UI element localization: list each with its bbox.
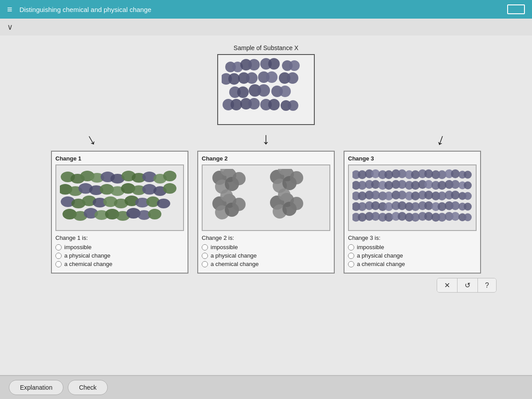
change-3-card: Change 3 [344, 151, 481, 274]
svg-point-3 [248, 59, 260, 70]
svg-point-87 [232, 198, 246, 211]
svg-point-9 [228, 73, 240, 85]
page-title: Distinguishing chemical and physical cha… [20, 6, 152, 13]
change-3-title: Change 3 [348, 155, 477, 162]
svg-point-15 [287, 72, 298, 84]
svg-point-11 [246, 72, 258, 84]
change-2-radio-physical[interactable] [202, 253, 208, 259]
sample-box [217, 54, 315, 125]
svg-point-94 [278, 188, 290, 201]
svg-point-75 [232, 172, 246, 185]
chevron-button[interactable]: ∨ [7, 22, 13, 32]
change-1-option-chemical[interactable]: a chemical change [55, 261, 184, 267]
svg-point-29 [288, 100, 298, 111]
window-control [507, 4, 525, 14]
svg-point-130 [464, 181, 472, 189]
change-3-is-label: Change 3 is: [348, 235, 477, 241]
change-2-is-label: Change 2 is: [202, 235, 330, 241]
svg-point-19 [258, 84, 270, 97]
top-bar: ≡ Distinguishing chemical and physical c… [0, 0, 532, 19]
check-button[interactable]: Check [68, 380, 108, 395]
change-3-radio-physical[interactable] [348, 253, 354, 259]
change-1-title: Change 1 [55, 155, 184, 162]
change-2-option-chemical[interactable]: a chemical change [202, 261, 330, 267]
change-3-svg [352, 169, 472, 227]
svg-point-70 [148, 209, 161, 219]
svg-point-17 [237, 86, 249, 98]
change-1-radio-physical[interactable] [55, 253, 62, 259]
change-1-svg [60, 169, 180, 227]
sample-label: Sample of Substance X [234, 44, 298, 51]
svg-point-166 [464, 203, 472, 211]
change-1-option-physical[interactable]: a physical change [55, 252, 184, 259]
change-1-radio-impossible[interactable] [55, 244, 62, 250]
svg-point-21 [279, 86, 291, 97]
svg-point-93 [290, 197, 303, 210]
change-2-option-physical[interactable]: a physical change [202, 252, 330, 259]
sample-molecules-svg [222, 58, 310, 122]
change-3-radio-chemical[interactable] [348, 261, 354, 267]
svg-point-27 [268, 99, 280, 110]
svg-point-61 [157, 199, 170, 208]
arrows-row: ↓ ↓ ↓ [18, 129, 514, 148]
svg-point-81 [290, 171, 303, 184]
svg-point-148 [464, 192, 472, 200]
change-3-option-chemical[interactable]: a chemical change [348, 261, 477, 267]
svg-point-146 [451, 191, 460, 200]
svg-point-23 [231, 99, 242, 110]
change-2-svg [206, 169, 326, 227]
reset-button[interactable]: ↺ [458, 278, 478, 292]
change-2-card: Change 2 [197, 151, 335, 274]
svg-point-13 [266, 71, 278, 83]
close-button[interactable]: ✕ [437, 278, 458, 292]
svg-point-51 [163, 183, 176, 194]
chevron-area: ∨ [0, 19, 532, 35]
change-2-option-impossible[interactable]: impossible [202, 244, 330, 250]
menu-icon[interactable]: ≡ [7, 4, 12, 15]
explanation-button[interactable]: Explanation [9, 380, 63, 395]
svg-point-88 [220, 189, 233, 202]
change-3-image [348, 164, 477, 231]
svg-point-182 [451, 212, 460, 221]
svg-point-112 [464, 171, 472, 179]
change-1-radio-chemical[interactable] [55, 261, 62, 267]
svg-point-25 [248, 98, 260, 110]
svg-point-40 [163, 171, 176, 181]
change-2-image [202, 164, 330, 231]
change-2-title: Change 2 [202, 155, 330, 162]
change-1-image [55, 164, 184, 231]
help-button[interactable]: ? [478, 278, 496, 292]
action-buttons-row: ✕ ↺ ? [18, 278, 514, 293]
change-1-option-impossible[interactable]: impossible [55, 244, 184, 250]
svg-point-184 [464, 213, 472, 221]
change-2-radio-impossible[interactable] [202, 244, 208, 250]
svg-point-164 [451, 201, 460, 210]
bottom-bar: Explanation Check [0, 375, 532, 399]
sample-section: Sample of Substance X [18, 44, 514, 125]
svg-point-110 [451, 169, 460, 178]
change-3-option-impossible[interactable]: impossible [348, 244, 477, 250]
change-1-is-label: Change 1 is: [55, 235, 184, 241]
change-1-card: Change 1 [51, 151, 188, 274]
arrow-right: ↓ [434, 129, 448, 150]
svg-point-128 [451, 180, 460, 189]
change-3-option-physical[interactable]: a physical change [348, 252, 477, 259]
change-2-radio-chemical[interactable] [202, 261, 208, 267]
arrow-left: ↓ [83, 129, 99, 149]
svg-point-5 [268, 58, 280, 70]
changes-row: Change 1 [18, 151, 514, 274]
main-content: Sample of Substance X [0, 35, 532, 381]
change-3-radio-impossible[interactable] [348, 244, 354, 250]
arrow-center: ↓ [262, 129, 270, 148]
svg-point-7 [289, 60, 300, 71]
